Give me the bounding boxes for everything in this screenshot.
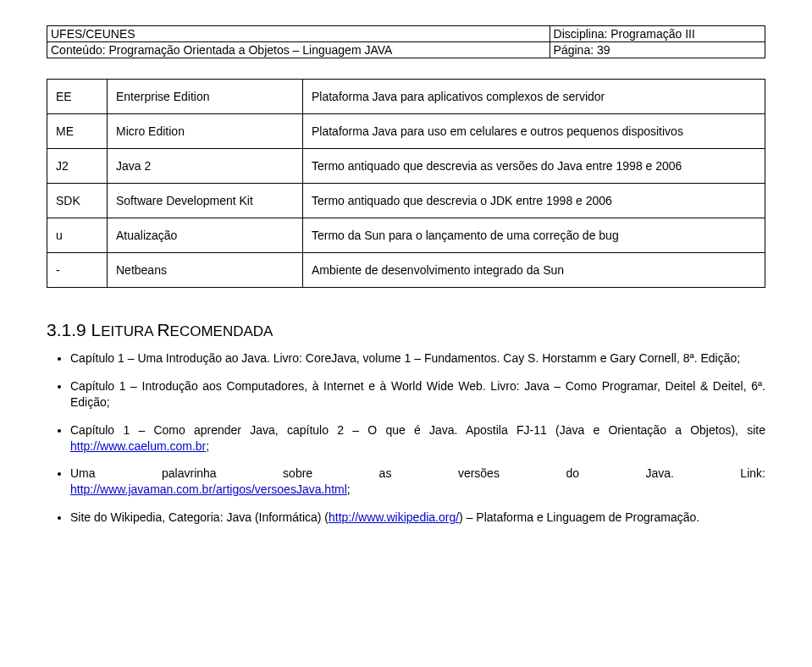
list-item: Capítulo 1 – Uma Introdução ao Java. Liv…	[70, 350, 765, 367]
cell-abbrev: SDK	[47, 184, 108, 218]
cell-term: Micro Edition	[108, 114, 303, 149]
section-heading: 3.1.9 LEITURA RECOMENDADA	[47, 320, 765, 340]
cell-term: Atualização	[108, 218, 303, 253]
list-text: Capítulo 1 – Como aprender Java, capítul…	[70, 423, 765, 437]
header-org: UFES/CEUNES	[47, 26, 550, 42]
table-row: EE Enterprise Edition Plataforma Java pa…	[47, 80, 765, 114]
cell-desc: Ambiente de desenvolvimento integrado da…	[303, 253, 765, 288]
justified-line: Uma palavrinha sobre as versões do Java.…	[70, 466, 765, 482]
word: Link:	[740, 466, 765, 482]
list-item: Capítulo 1 – Como aprender Java, capítul…	[70, 422, 765, 455]
cell-term: Software Development Kit	[108, 184, 303, 218]
cell-abbrev: EE	[47, 80, 108, 114]
table-row: ME Micro Edition Plataforma Java para us…	[47, 114, 765, 149]
word: as	[379, 466, 392, 482]
document-page: UFES/CEUNES Disciplina: Programação III …	[0, 0, 812, 571]
table-row: J2 Java 2 Termo antiquado que descrevia …	[47, 149, 765, 184]
cell-desc: Termo antiquado que descrevia as versões…	[303, 149, 765, 184]
word: do	[566, 466, 579, 482]
table-row: u Atualização Termo da Sun para o lançam…	[47, 218, 765, 253]
link-wikipedia[interactable]: http://www.wikipedia.org/	[329, 510, 459, 524]
cell-desc: Plataforma Java para aplicativos complex…	[303, 80, 765, 114]
list-text-post: ) – Plataforma e Linguagem de Programaçã…	[459, 510, 699, 524]
cell-desc: Termo da Sun para o lançamento de uma co…	[303, 218, 765, 253]
word: Uma	[70, 466, 96, 482]
list-item: Capítulo 1 – Introdução aos Computadores…	[70, 378, 765, 411]
cell-abbrev: J2	[47, 149, 108, 184]
word: sobre	[283, 466, 312, 482]
section-number: 3.1.9	[47, 320, 86, 339]
list-text-post: ;	[347, 482, 351, 496]
list-item: Site do Wikipedia, Categoria: Java (Info…	[70, 510, 765, 526]
cell-desc: Termo antiquado que descrevia o JDK entr…	[303, 184, 765, 218]
header-pagina: Página: 39	[550, 42, 765, 58]
reading-list: Capítulo 1 – Uma Introdução ao Java. Liv…	[70, 350, 765, 526]
heading-cap: L	[91, 320, 102, 339]
cell-term: Enterprise Edition	[108, 80, 303, 114]
list-item: Uma palavrinha sobre as versões do Java.…	[70, 466, 765, 498]
list-text-post: ;	[206, 439, 209, 453]
cell-abbrev: u	[47, 218, 108, 253]
list-text: Site do Wikipedia, Categoria: Java (Info…	[70, 510, 329, 524]
table-row: - Netbeans Ambiente de desenvolvimento i…	[47, 253, 765, 288]
table-row: SDK Software Development Kit Termo antiq…	[47, 184, 765, 218]
terms-table: EE Enterprise Edition Plataforma Java pa…	[47, 79, 765, 288]
header-conteudo: Conteúdo: Programação Orientada a Objeto…	[47, 42, 550, 58]
word: Java.	[645, 466, 673, 482]
cell-abbrev: ME	[47, 114, 108, 149]
heading-rest: EITURA	[101, 323, 157, 339]
header-disciplina: Disciplina: Programação III	[550, 26, 765, 42]
link-caelum[interactable]: http://www.caelum.com.br	[70, 439, 206, 453]
word: versões	[458, 466, 500, 482]
cell-term: Netbeans	[108, 253, 303, 288]
heading-cap: R	[157, 320, 169, 339]
page-header-table: UFES/CEUNES Disciplina: Programação III …	[47, 25, 765, 58]
word: palavrinha	[162, 466, 217, 482]
link-javaman[interactable]: http://www.javaman.com.br/artigos/versoe…	[70, 482, 347, 496]
cell-desc: Plataforma Java para uso em celulares e …	[303, 114, 765, 149]
heading-rest: ECOMENDADA	[170, 323, 273, 339]
cell-term: Java 2	[108, 149, 303, 184]
cell-abbrev: -	[47, 253, 108, 288]
section-title-text: LEITURA RECOMENDADA	[91, 320, 273, 339]
